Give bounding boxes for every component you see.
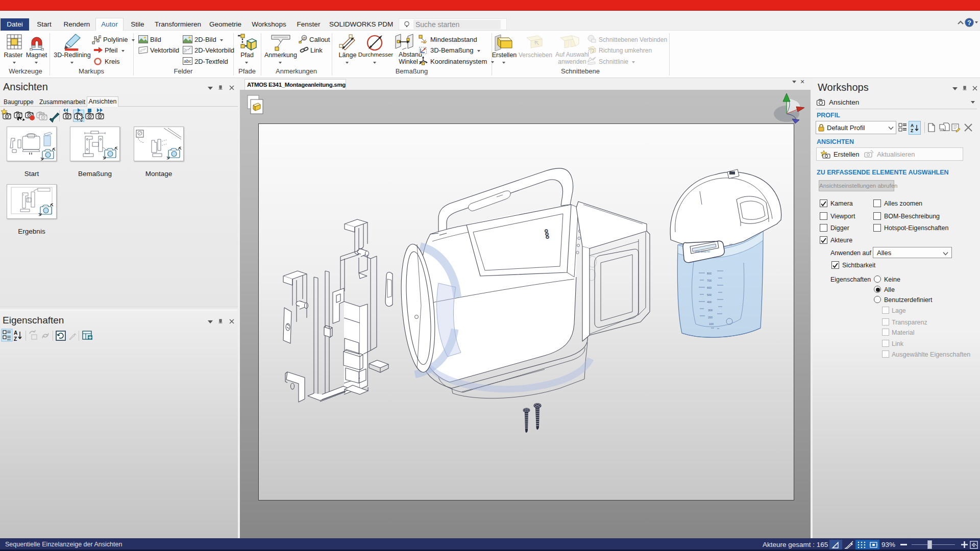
svg-text:800: 800 <box>707 272 712 275</box>
svg-text:A: A <box>911 123 914 128</box>
svg-text:Z: Z <box>14 336 17 342</box>
svg-text:700: 700 <box>707 279 712 282</box>
svg-text:600: 600 <box>707 286 712 289</box>
svg-text:200: 200 <box>708 316 713 319</box>
svg-text:400: 400 <box>707 300 712 304</box>
svg-text:500: 500 <box>707 293 712 296</box>
svg-text:@: @ <box>302 36 306 40</box>
svg-text:A: A <box>14 330 17 336</box>
svg-text:abc: abc <box>184 59 191 64</box>
svg-text:?: ? <box>967 19 971 27</box>
svg-text:300: 300 <box>708 309 713 312</box>
svg-text:ml: ml <box>729 243 732 246</box>
svg-text:Z: Z <box>911 128 913 133</box>
svg-text:100: 100 <box>709 322 714 325</box>
svg-text:max 1000 ml: max 1000 ml <box>695 250 710 253</box>
